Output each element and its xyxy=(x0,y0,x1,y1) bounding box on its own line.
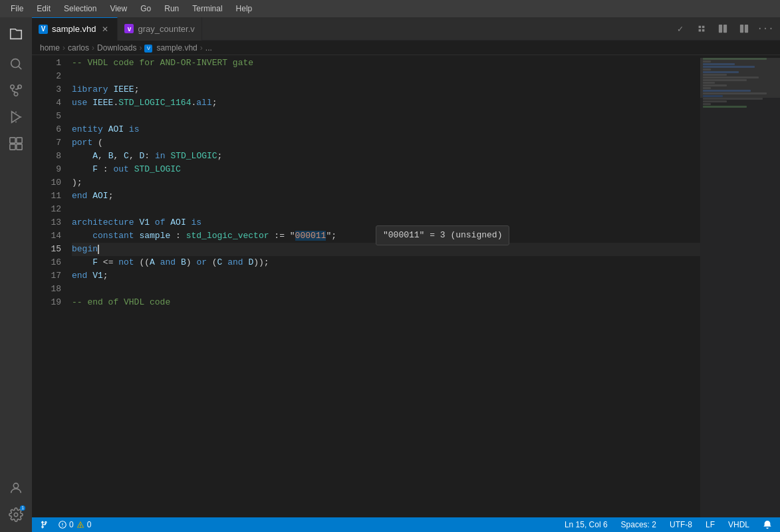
minimap[interactable] xyxy=(700,55,780,517)
line-ending: LF xyxy=(706,520,715,529)
activity-search[interactable] xyxy=(4,52,28,76)
status-encoding[interactable]: UTF-8 xyxy=(667,517,695,532)
warning-count: 0 xyxy=(87,520,92,529)
breadcrumb-home[interactable]: home xyxy=(40,43,60,53)
code-line-18 xyxy=(72,283,700,296)
status-left: 0 0 xyxy=(37,517,94,532)
open-editors-button[interactable] xyxy=(692,19,711,38)
code-line-17: end V1; xyxy=(72,269,700,283)
tab-actions: ✓ ··· xyxy=(671,19,780,38)
line-num-19: 19 xyxy=(32,296,61,309)
menu-edit[interactable]: Edit xyxy=(31,3,56,15)
menu-view[interactable]: View xyxy=(104,3,132,15)
code-line-7: port ( xyxy=(72,136,700,150)
line-num-6: 6 xyxy=(32,123,61,136)
code-line-3: library IEEE; xyxy=(72,83,700,96)
svg-point-11 xyxy=(14,513,18,517)
code-line-1: -- VHDL code for AND-OR-INVERT gate xyxy=(72,57,700,70)
tab-bar: V sample.vhd ✕ v gray_counter.v ✓ xyxy=(32,17,780,41)
svg-point-10 xyxy=(13,483,18,488)
layout-button[interactable] xyxy=(714,19,732,38)
line-num-16: 16 xyxy=(32,256,61,269)
settings-update-badge: 1 xyxy=(20,505,25,511)
error-count: 0 xyxy=(69,520,74,529)
code-line-15: begin xyxy=(72,243,700,256)
line-numbers: 1 2 3 4 5 6 7 8 9 10 11 12 13 14 15 16 1… xyxy=(32,55,66,517)
breadcrumb-downloads[interactable]: Downloads xyxy=(97,43,136,53)
line-num-10: 10 xyxy=(32,176,61,190)
line-num-14: 14 xyxy=(32,229,61,243)
line-num-12: 12 xyxy=(32,203,61,216)
activity-explorer[interactable] xyxy=(4,23,28,47)
minimap-canvas xyxy=(700,58,780,517)
code-line-13: architecture V1 of AOI is xyxy=(72,216,700,229)
menu-selection[interactable]: Selection xyxy=(59,3,102,15)
svg-rect-20 xyxy=(80,527,81,528)
menu-file[interactable]: File xyxy=(5,3,29,15)
line-num-8: 8 xyxy=(32,150,61,163)
checkmark-button[interactable]: ✓ xyxy=(671,19,690,38)
code-line-2 xyxy=(72,70,700,83)
menu-run[interactable]: Run xyxy=(159,3,184,15)
split-editor-button[interactable] xyxy=(735,19,753,38)
tab-gray-counter[interactable]: v gray_counter.v xyxy=(118,17,201,41)
menu-go[interactable]: Go xyxy=(135,3,156,15)
breadcrumb-icon-file: V xyxy=(144,43,154,53)
tab-label-v: gray_counter.v xyxy=(138,24,194,34)
tab-label-vhd: sample.vhd xyxy=(52,24,96,34)
code-line-5 xyxy=(72,110,700,123)
line-num-1: 1 xyxy=(32,57,61,70)
tab-close-vhd[interactable]: ✕ xyxy=(100,24,110,35)
activity-run-debug[interactable] xyxy=(4,105,28,129)
activity-bar: 1 xyxy=(0,17,32,532)
svg-marker-5 xyxy=(12,112,21,123)
breadcrumb-more[interactable]: ... xyxy=(205,43,212,53)
status-notifications[interactable] xyxy=(760,517,775,532)
line-num-3: 3 xyxy=(32,83,61,96)
code-line-9: F : out STD_LOGIC xyxy=(72,163,700,176)
status-spaces[interactable]: Spaces: 2 xyxy=(618,517,659,532)
file-encoding: UTF-8 xyxy=(670,520,692,529)
code-line-6: entity AOI is xyxy=(72,123,700,136)
code-line-12 xyxy=(72,203,700,216)
status-language[interactable]: VHDL xyxy=(725,517,752,532)
status-position[interactable]: Ln 15, Col 6 xyxy=(562,517,610,532)
activity-settings[interactable]: 1 xyxy=(4,503,28,527)
svg-rect-15 xyxy=(745,25,748,33)
breadcrumb: home › carlos › Downloads › V sample.vhd… xyxy=(32,41,780,55)
code-line-10: ); xyxy=(72,176,700,190)
tab-sample-vhd[interactable]: V sample.vhd ✕ xyxy=(32,17,118,41)
tab-icon-v: v xyxy=(124,24,134,33)
svg-point-4 xyxy=(14,92,18,96)
svg-point-0 xyxy=(11,59,20,68)
line-num-13: 13 xyxy=(32,216,61,229)
more-actions-button[interactable]: ··· xyxy=(756,19,775,38)
activity-extensions[interactable] xyxy=(4,132,28,156)
menu-help[interactable]: Help xyxy=(231,3,258,15)
activity-bottom: 1 xyxy=(4,476,28,532)
editor-content[interactable]: 1 2 3 4 5 6 7 8 9 10 11 12 13 14 15 16 1… xyxy=(32,55,780,517)
status-branch[interactable] xyxy=(37,517,51,532)
svg-rect-8 xyxy=(10,144,15,150)
svg-point-18 xyxy=(62,526,63,527)
status-bar: 0 0 Ln 15, Col 6 Spaces: 2 UTF-8 LF xyxy=(32,517,780,532)
svg-rect-6 xyxy=(10,138,15,143)
menu-terminal[interactable]: Terminal xyxy=(187,3,227,15)
code-line-19: -- end of VHDL code xyxy=(72,296,700,309)
status-line-ending[interactable]: LF xyxy=(703,517,717,532)
indentation: Spaces: 2 xyxy=(621,520,656,529)
activity-source-control[interactable] xyxy=(4,78,28,102)
line-num-15: 15 xyxy=(32,243,61,256)
svg-rect-12 xyxy=(719,25,722,33)
breadcrumb-filename[interactable]: sample.vhd xyxy=(156,43,197,53)
line-num-17: 17 xyxy=(32,269,61,283)
breadcrumb-carlos[interactable]: carlos xyxy=(68,43,89,53)
line-num-2: 2 xyxy=(32,70,61,83)
status-errors[interactable]: 0 0 xyxy=(56,517,94,532)
line-num-11: 11 xyxy=(32,190,61,203)
svg-rect-9 xyxy=(17,144,22,150)
activity-accounts[interactable] xyxy=(4,476,28,500)
svg-rect-13 xyxy=(723,25,727,33)
code-line-4: use IEEE.STD_LOGIC_1164.all; xyxy=(72,96,700,110)
code-area[interactable]: -- VHDL code for AND-OR-INVERT gate libr… xyxy=(66,55,700,517)
